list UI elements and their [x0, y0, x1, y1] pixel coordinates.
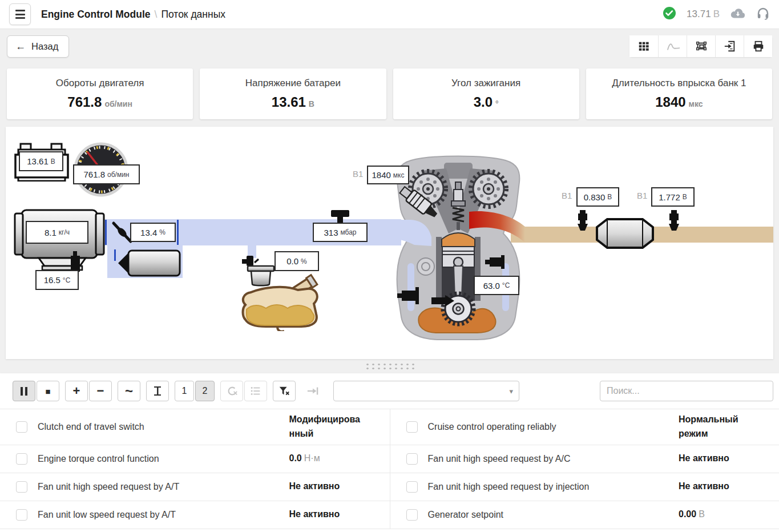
row-checkbox[interactable] — [406, 453, 418, 465]
o2-post-voltage-box: 1.772В — [651, 187, 695, 207]
smoothing-button[interactable]: ~ — [118, 381, 140, 401]
go-to-end-button[interactable] — [301, 381, 324, 401]
row-checkbox[interactable] — [406, 481, 418, 493]
o2-pre-bank-label: B1 — [562, 191, 572, 200]
throttle-marker-right — [177, 220, 179, 245]
param-value: 0.00 — [679, 509, 696, 519]
search-input[interactable] — [600, 381, 773, 401]
table-row[interactable]: Cruise control operating reliably Нормал… — [390, 409, 779, 445]
wave-icon: ~ — [125, 388, 133, 394]
stop-icon: ■ — [45, 386, 50, 396]
row-checkbox[interactable] — [16, 509, 27, 521]
top-header: Engine Control Module \ Поток данных 13.… — [0, 0, 779, 29]
catalytic-converter-icon — [594, 217, 656, 250]
clear-values-button[interactable] — [220, 381, 243, 401]
table-row[interactable]: Fan unit high speed request by A/T Не ак… — [0, 473, 390, 501]
oil-reservoir-icon — [235, 267, 324, 331]
menu-icon[interactable] — [9, 3, 31, 25]
cloud-download-icon[interactable] — [730, 7, 746, 22]
param-unit: Н·м — [304, 453, 320, 463]
intake-temp-box: 16.5°C — [35, 270, 79, 290]
table-row[interactable]: Generator setpoint 0.00В — [390, 501, 779, 529]
throttle-marker-left — [105, 220, 107, 245]
splitter-drag-handle[interactable] — [365, 362, 415, 370]
clear-filter-button[interactable] — [273, 381, 296, 401]
export-report-button[interactable] — [715, 35, 744, 57]
card-injection-duration: Длительность впрыска банк 1 1840мкс — [586, 68, 772, 119]
engine-illustration — [391, 154, 525, 342]
columns-2-button[interactable]: 2 — [195, 381, 215, 401]
purge-duty-box: 0.0% — [275, 251, 319, 271]
param-name: Fan unit low speed request by A/T — [38, 510, 289, 520]
battery-voltage-box: 13.61В — [19, 151, 63, 171]
o2-post-bank-label: B1 — [637, 191, 647, 200]
back-arrow-icon: ← — [15, 41, 26, 53]
list-mode-button[interactable] — [244, 381, 267, 401]
throttle-position-box: 13.4% — [130, 223, 176, 242]
engine-rpm-box: 761.8об/мин — [73, 164, 140, 184]
back-button[interactable]: ← Назад — [7, 35, 69, 58]
chart-view-button[interactable] — [658, 35, 687, 57]
param-name: Cruise control operating reliably — [428, 422, 679, 432]
param-value: Нормальный режим — [679, 414, 738, 438]
param-value: Модифицированный — [289, 414, 360, 438]
row-height-button[interactable] — [146, 381, 169, 401]
idle-marker — [114, 249, 116, 261]
map-sensor-icon — [330, 209, 350, 223]
plus-icon: + — [73, 384, 80, 398]
breadcrumb: Engine Control Module \ Поток данных — [41, 9, 225, 21]
columns-1-button[interactable]: 1 — [175, 381, 194, 401]
table-row[interactable]: Fan unit high speed request by injection… — [390, 473, 779, 501]
param-value: 0.0 — [289, 453, 302, 463]
param-unit: В — [699, 509, 705, 519]
status-ok-icon — [663, 6, 676, 22]
table-column-left: Clutch end of travel switch Модифицирова… — [0, 409, 390, 529]
param-value: Не активно — [679, 453, 729, 463]
param-value: Не активно — [679, 481, 729, 491]
injection-bank-label: B1 — [353, 169, 363, 179]
param-name: Clutch end of travel switch — [38, 422, 289, 432]
increase-font-button[interactable]: + — [65, 381, 88, 401]
injection-duration-box: 1840мкс — [367, 166, 409, 184]
filter-clear-icon — [278, 385, 290, 397]
list-icon — [249, 385, 262, 397]
o2-sensor-post-icon — [667, 210, 681, 232]
page-title: Поток данных — [161, 9, 225, 21]
param-name: Fan unit high speed request by A/C — [428, 454, 679, 464]
decrease-font-button[interactable]: − — [89, 381, 112, 401]
table-row[interactable]: Clutch end of travel switch Модифицирова… — [0, 409, 390, 445]
group-select[interactable]: ▾ — [333, 381, 519, 401]
data-list-panel: ■ + − ~ 1 2 ▾ Clutch end of travel switc… — [0, 373, 779, 532]
table-row[interactable]: Fan unit low speed request by A/T Не акт… — [0, 501, 390, 529]
nav-toolbar: ← Назад — [0, 29, 779, 63]
o2-sensor-pre-icon — [575, 210, 590, 232]
headphones-icon[interactable] — [756, 6, 770, 22]
row-checkbox[interactable] — [16, 421, 27, 433]
air-flow-box: 8.1кг/ч — [26, 221, 88, 244]
engine-diagram-panel: 13.61В 761.8об/мин 8.1кг/ч 16.5°C 13.4% — [6, 127, 773, 359]
row-checkbox[interactable] — [16, 453, 27, 465]
stop-button[interactable]: ■ — [37, 381, 59, 401]
minus-icon: − — [97, 384, 104, 398]
card-engine-rpm: Обороты двигателя 761.8об/мин — [7, 68, 193, 119]
row-checkbox[interactable] — [16, 481, 27, 493]
print-button[interactable] — [744, 35, 772, 57]
grid-view-button[interactable] — [629, 35, 658, 57]
table-row[interactable]: Engine torque control function 0.0Н·м — [0, 445, 390, 473]
row-checkbox[interactable] — [406, 421, 418, 433]
panel-splitter — [0, 359, 779, 373]
param-name: Generator setpoint — [428, 510, 679, 520]
param-name: Fan unit high speed request by injection — [428, 482, 679, 492]
row-checkbox[interactable] — [406, 509, 418, 521]
o2-pre-voltage-box: 0.830В — [576, 187, 619, 207]
card-ignition-angle: Угол зажигания 3.0° — [393, 68, 579, 119]
battery-voltage-status: 13.71В — [687, 9, 720, 20]
metric-cards: Обороты двигателя 761.8об/мин Напряжение… — [7, 68, 772, 119]
param-value: Не активно — [289, 509, 340, 519]
select-area-button[interactable] — [687, 35, 715, 57]
table-row[interactable]: Fan unit high speed request by A/C Не ак… — [390, 445, 779, 473]
clear-values-icon — [225, 385, 238, 397]
dropdown-caret-icon: ▾ — [509, 387, 513, 396]
param-name: Fan unit high speed request by A/T — [38, 482, 289, 492]
pause-button[interactable] — [13, 381, 35, 401]
